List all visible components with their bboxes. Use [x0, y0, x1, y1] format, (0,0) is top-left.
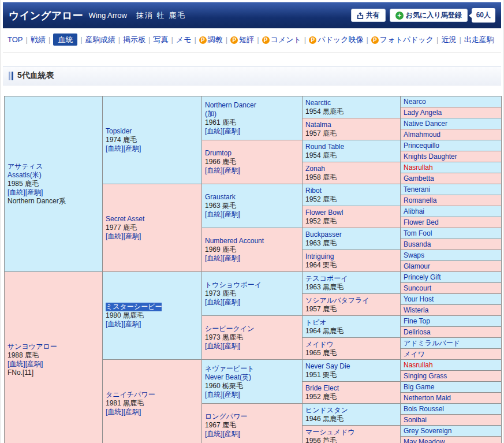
horse-name-link[interactable]: Romanella: [404, 196, 436, 205]
horse-name-link[interactable]: Lady Angela: [404, 109, 442, 117]
horse-name-link[interactable]: Singing Grass: [404, 372, 447, 381]
favorite-register-button[interactable]: + お気に入り馬登録: [390, 9, 468, 22]
horse-name-link[interactable]: Nasrullah: [404, 163, 433, 172]
horse-name-link[interactable]: ヒンドスタン: [305, 406, 348, 415]
horse-name-link[interactable]: トピオ: [305, 318, 327, 327]
horse-name-link[interactable]: Secret Asset: [106, 215, 144, 224]
horse-name-link[interactable]: ソシアルバタフライ: [305, 296, 369, 305]
horse-name-link[interactable]: メイドウ: [305, 340, 334, 349]
horse-name-link[interactable]: Busanda: [404, 240, 431, 249]
pedigree-link[interactable]: [血統]: [106, 320, 124, 328]
pedigree-link[interactable]: [血統]: [205, 298, 223, 306]
horse-name-link[interactable]: シービークイン: [205, 325, 254, 333]
pedigree-link[interactable]: [血統]: [106, 144, 124, 152]
offspring-link[interactable]: [産駒]: [124, 408, 141, 416]
horse-name-link[interactable]: Zonah: [305, 165, 325, 173]
pedigree-link[interactable]: [血統]: [106, 232, 124, 240]
pedigree-link[interactable]: [血統]: [205, 254, 223, 262]
horse-name-link[interactable]: サンヨウアロー: [8, 343, 57, 351]
horse-name-link[interactable]: Round Table: [305, 143, 344, 151]
horse-name-link[interactable]: マーシュメドウ: [305, 428, 355, 437]
pedigree-link[interactable]: [血統]: [205, 390, 223, 399]
horse-name-link[interactable]: Big Game: [404, 383, 434, 392]
horse-name-link[interactable]: Northern Dancer: [205, 101, 256, 110]
nav-tab-9[interactable]: P短評: [230, 35, 254, 44]
horse-name-link[interactable]: Flower Bowl: [305, 209, 343, 217]
pedigree-link[interactable]: [血統]: [205, 210, 223, 218]
horse-name-link[interactable]: テスコボーイ: [305, 274, 348, 283]
nav-tab-1[interactable]: TOP: [8, 35, 23, 44]
horse-name-link[interactable]: Your Host: [404, 295, 434, 304]
offspring-link[interactable]: [産駒]: [124, 232, 141, 240]
horse-name-link[interactable]: Glamour: [404, 262, 430, 271]
nav-tab-3[interactable]: 血統: [53, 33, 77, 46]
horse-name-link[interactable]: Sonibai: [404, 416, 427, 425]
horse-name-link[interactable]: Alibhai: [404, 207, 424, 216]
horse-name-link[interactable]: Bride Elect: [305, 384, 339, 393]
horse-name-link[interactable]: タニイチパワー: [106, 390, 155, 399]
horse-name-link[interactable]: Numbered Account: [205, 237, 264, 245]
offspring-link[interactable]: [産駒]: [223, 127, 241, 135]
horse-name-link[interactable]: Natalma: [305, 121, 331, 129]
horse-name-link[interactable]: May Meadow: [404, 438, 445, 443]
horse-name-link[interactable]: Suncourt: [404, 284, 431, 293]
horse-name-link[interactable]: Native Dancer: [404, 120, 447, 128]
offspring-link[interactable]: [産駒]: [223, 210, 241, 218]
nav-tab-6[interactable]: 写真: [153, 35, 168, 44]
horse-name-link[interactable]: Ribot: [305, 187, 322, 195]
horse-name-link[interactable]: Netherton Maid: [404, 394, 451, 403]
horse-name-link[interactable]: Knights Daughter: [404, 152, 457, 161]
horse-name-link[interactable]: メイワ: [404, 350, 425, 359]
nav-tab-4[interactable]: 産駒成績: [85, 35, 115, 44]
nav-tab-5[interactable]: 掲示板: [123, 35, 145, 44]
horse-name-link[interactable]: Tom Fool: [404, 229, 432, 238]
pedigree-link[interactable]: [血統]: [8, 188, 25, 196]
horse-name-link[interactable]: Topsider: [106, 127, 132, 136]
horse-name-link[interactable]: Tenerani: [404, 185, 430, 194]
offspring-link[interactable]: [産駒]: [223, 390, 241, 399]
pedigree-link[interactable]: [血統]: [205, 342, 223, 350]
horse-name-link[interactable]: トウショウボーイ: [205, 281, 262, 289]
offspring-link[interactable]: [産駒]: [25, 188, 43, 196]
horse-name-link[interactable]: Princequillo: [404, 142, 439, 150]
horse-name-link[interactable]: ロングパワー: [205, 412, 247, 421]
horse-name-link[interactable]: アドミラルバード: [404, 339, 460, 348]
horse-name-link[interactable]: Drumtop: [205, 149, 232, 158]
nav-tab-10[interactable]: Pコメント: [262, 35, 301, 44]
horse-name-link[interactable]: Wisteria: [404, 306, 428, 315]
nav-tab-13[interactable]: 近況: [441, 35, 456, 44]
horse-name-link[interactable]: アサティス: [8, 162, 43, 171]
horse-name-link[interactable]: Graustark: [205, 193, 236, 202]
horse-name-link[interactable]: Buckpasser: [305, 230, 342, 239]
offspring-link[interactable]: [産駒]: [223, 254, 241, 262]
offspring-link[interactable]: [産駒]: [223, 342, 241, 350]
offspring-link[interactable]: [産駒]: [124, 320, 141, 328]
pedigree-link[interactable]: [血統]: [205, 430, 223, 438]
pedigree-link[interactable]: [血統]: [205, 166, 223, 174]
horse-name-link[interactable]: Deliriosa: [404, 328, 431, 337]
nav-tab-7[interactable]: メモ: [176, 35, 192, 44]
offspring-link[interactable]: [産駒]: [25, 360, 43, 368]
nav-tab-14[interactable]: 出走産駒: [464, 35, 494, 44]
horse-name-link[interactable]: Intriguing: [305, 252, 334, 261]
horse-name-link[interactable]: Nasrullah: [404, 361, 433, 370]
horse-name-link[interactable]: Bois Roussel: [404, 405, 444, 414]
nav-tab-8[interactable]: P調教: [199, 35, 223, 44]
pedigree-link[interactable]: [血統]: [106, 408, 124, 416]
horse-name-link[interactable]: Princely Gift: [404, 273, 441, 282]
horse-name-link[interactable]: Gambetta: [404, 174, 434, 183]
horse-name-link[interactable]: Almahmoud: [404, 131, 440, 139]
horse-name-link[interactable]: Never Say Die: [305, 362, 350, 371]
horse-name-link[interactable]: ミスターシービー: [106, 303, 162, 311]
offspring-link[interactable]: [産駒]: [124, 144, 141, 152]
offspring-link[interactable]: [産駒]: [223, 166, 241, 174]
horse-name-link[interactable]: Fine Top: [404, 317, 430, 326]
offspring-link[interactable]: [産駒]: [223, 430, 241, 438]
pedigree-link[interactable]: [血統]: [8, 360, 25, 368]
pedigree-link[interactable]: [血統]: [205, 127, 223, 135]
nav-tab-2[interactable]: 戦績: [31, 35, 46, 44]
horse-name-link[interactable]: Swaps: [404, 251, 424, 260]
horse-name-link[interactable]: Flower Bed: [404, 218, 439, 227]
nav-tab-12[interactable]: Pフォトパドック: [371, 35, 434, 44]
share-button[interactable]: 共有: [351, 9, 386, 22]
